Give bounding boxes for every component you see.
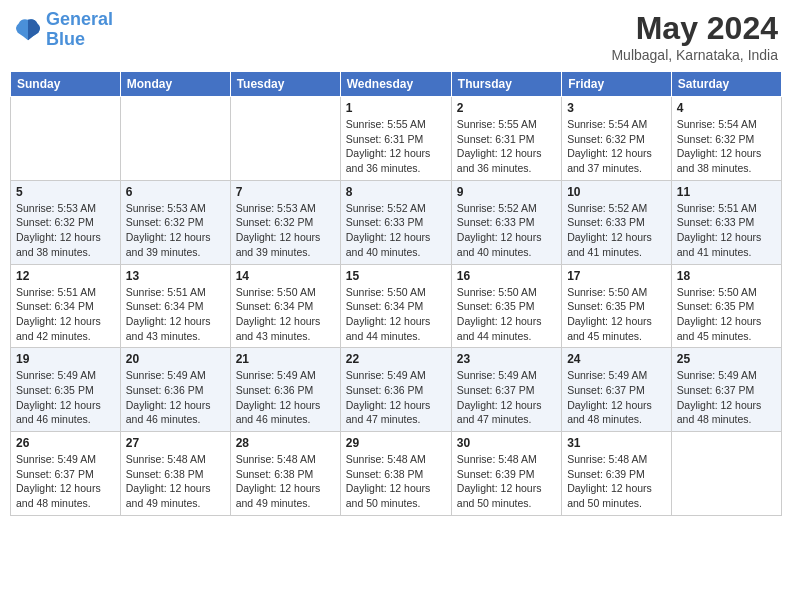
day-number: 10 xyxy=(567,185,666,199)
day-info: Sunrise: 5:48 AM Sunset: 6:38 PM Dayligh… xyxy=(126,452,225,511)
day-info: Sunrise: 5:50 AM Sunset: 6:35 PM Dayligh… xyxy=(567,285,666,344)
calendar-cell: 26Sunrise: 5:49 AM Sunset: 6:37 PM Dayli… xyxy=(11,432,121,516)
day-number: 25 xyxy=(677,352,776,366)
day-number: 22 xyxy=(346,352,446,366)
day-number: 27 xyxy=(126,436,225,450)
day-number: 13 xyxy=(126,269,225,283)
day-info: Sunrise: 5:49 AM Sunset: 6:37 PM Dayligh… xyxy=(457,368,556,427)
col-header-monday: Monday xyxy=(120,72,230,97)
day-number: 9 xyxy=(457,185,556,199)
day-info: Sunrise: 5:49 AM Sunset: 6:36 PM Dayligh… xyxy=(126,368,225,427)
calendar-cell: 16Sunrise: 5:50 AM Sunset: 6:35 PM Dayli… xyxy=(451,264,561,348)
calendar-cell xyxy=(671,432,781,516)
calendar-week-5: 26Sunrise: 5:49 AM Sunset: 6:37 PM Dayli… xyxy=(11,432,782,516)
day-info: Sunrise: 5:48 AM Sunset: 6:38 PM Dayligh… xyxy=(346,452,446,511)
calendar-week-2: 5Sunrise: 5:53 AM Sunset: 6:32 PM Daylig… xyxy=(11,180,782,264)
col-header-wednesday: Wednesday xyxy=(340,72,451,97)
day-number: 29 xyxy=(346,436,446,450)
calendar-cell: 14Sunrise: 5:50 AM Sunset: 6:34 PM Dayli… xyxy=(230,264,340,348)
day-number: 7 xyxy=(236,185,335,199)
day-number: 8 xyxy=(346,185,446,199)
calendar-cell xyxy=(11,97,121,181)
logo: General Blue xyxy=(14,10,113,50)
day-info: Sunrise: 5:49 AM Sunset: 6:37 PM Dayligh… xyxy=(677,368,776,427)
day-info: Sunrise: 5:49 AM Sunset: 6:36 PM Dayligh… xyxy=(236,368,335,427)
day-number: 11 xyxy=(677,185,776,199)
day-info: Sunrise: 5:49 AM Sunset: 6:37 PM Dayligh… xyxy=(16,452,115,511)
day-number: 2 xyxy=(457,101,556,115)
day-number: 1 xyxy=(346,101,446,115)
calendar-cell: 5Sunrise: 5:53 AM Sunset: 6:32 PM Daylig… xyxy=(11,180,121,264)
calendar-cell: 24Sunrise: 5:49 AM Sunset: 6:37 PM Dayli… xyxy=(562,348,672,432)
day-info: Sunrise: 5:50 AM Sunset: 6:34 PM Dayligh… xyxy=(236,285,335,344)
day-number: 17 xyxy=(567,269,666,283)
calendar-cell: 2Sunrise: 5:55 AM Sunset: 6:31 PM Daylig… xyxy=(451,97,561,181)
calendar-cell: 15Sunrise: 5:50 AM Sunset: 6:34 PM Dayli… xyxy=(340,264,451,348)
calendar-cell: 22Sunrise: 5:49 AM Sunset: 6:36 PM Dayli… xyxy=(340,348,451,432)
day-number: 28 xyxy=(236,436,335,450)
calendar-cell: 25Sunrise: 5:49 AM Sunset: 6:37 PM Dayli… xyxy=(671,348,781,432)
day-info: Sunrise: 5:53 AM Sunset: 6:32 PM Dayligh… xyxy=(236,201,335,260)
day-number: 30 xyxy=(457,436,556,450)
calendar-cell: 13Sunrise: 5:51 AM Sunset: 6:34 PM Dayli… xyxy=(120,264,230,348)
col-header-friday: Friday xyxy=(562,72,672,97)
calendar-cell: 1Sunrise: 5:55 AM Sunset: 6:31 PM Daylig… xyxy=(340,97,451,181)
day-info: Sunrise: 5:50 AM Sunset: 6:34 PM Dayligh… xyxy=(346,285,446,344)
calendar-cell xyxy=(120,97,230,181)
day-number: 21 xyxy=(236,352,335,366)
day-info: Sunrise: 5:53 AM Sunset: 6:32 PM Dayligh… xyxy=(16,201,115,260)
col-header-sunday: Sunday xyxy=(11,72,121,97)
day-info: Sunrise: 5:48 AM Sunset: 6:39 PM Dayligh… xyxy=(457,452,556,511)
calendar-cell: 29Sunrise: 5:48 AM Sunset: 6:38 PM Dayli… xyxy=(340,432,451,516)
calendar-week-3: 12Sunrise: 5:51 AM Sunset: 6:34 PM Dayli… xyxy=(11,264,782,348)
day-number: 5 xyxy=(16,185,115,199)
calendar-cell: 11Sunrise: 5:51 AM Sunset: 6:33 PM Dayli… xyxy=(671,180,781,264)
calendar-cell: 10Sunrise: 5:52 AM Sunset: 6:33 PM Dayli… xyxy=(562,180,672,264)
month-title: May 2024 xyxy=(611,10,778,47)
location-subtitle: Mulbagal, Karnataka, India xyxy=(611,47,778,63)
day-info: Sunrise: 5:48 AM Sunset: 6:39 PM Dayligh… xyxy=(567,452,666,511)
calendar-cell: 23Sunrise: 5:49 AM Sunset: 6:37 PM Dayli… xyxy=(451,348,561,432)
calendar-cell: 18Sunrise: 5:50 AM Sunset: 6:35 PM Dayli… xyxy=(671,264,781,348)
day-number: 3 xyxy=(567,101,666,115)
day-number: 26 xyxy=(16,436,115,450)
calendar-cell: 4Sunrise: 5:54 AM Sunset: 6:32 PM Daylig… xyxy=(671,97,781,181)
calendar-cell: 12Sunrise: 5:51 AM Sunset: 6:34 PM Dayli… xyxy=(11,264,121,348)
calendar-cell: 17Sunrise: 5:50 AM Sunset: 6:35 PM Dayli… xyxy=(562,264,672,348)
day-info: Sunrise: 5:54 AM Sunset: 6:32 PM Dayligh… xyxy=(677,117,776,176)
day-info: Sunrise: 5:51 AM Sunset: 6:33 PM Dayligh… xyxy=(677,201,776,260)
title-block: May 2024 Mulbagal, Karnataka, India xyxy=(611,10,778,63)
day-info: Sunrise: 5:49 AM Sunset: 6:37 PM Dayligh… xyxy=(567,368,666,427)
day-number: 31 xyxy=(567,436,666,450)
logo-line1: General xyxy=(46,9,113,29)
calendar-cell: 3Sunrise: 5:54 AM Sunset: 6:32 PM Daylig… xyxy=(562,97,672,181)
day-number: 19 xyxy=(16,352,115,366)
day-number: 15 xyxy=(346,269,446,283)
day-number: 24 xyxy=(567,352,666,366)
day-info: Sunrise: 5:52 AM Sunset: 6:33 PM Dayligh… xyxy=(346,201,446,260)
day-info: Sunrise: 5:52 AM Sunset: 6:33 PM Dayligh… xyxy=(457,201,556,260)
calendar-cell: 19Sunrise: 5:49 AM Sunset: 6:35 PM Dayli… xyxy=(11,348,121,432)
calendar-cell: 7Sunrise: 5:53 AM Sunset: 6:32 PM Daylig… xyxy=(230,180,340,264)
day-info: Sunrise: 5:54 AM Sunset: 6:32 PM Dayligh… xyxy=(567,117,666,176)
day-info: Sunrise: 5:48 AM Sunset: 6:38 PM Dayligh… xyxy=(236,452,335,511)
day-number: 14 xyxy=(236,269,335,283)
calendar-header-row: SundayMondayTuesdayWednesdayThursdayFrid… xyxy=(11,72,782,97)
calendar-week-1: 1Sunrise: 5:55 AM Sunset: 6:31 PM Daylig… xyxy=(11,97,782,181)
calendar-cell: 6Sunrise: 5:53 AM Sunset: 6:32 PM Daylig… xyxy=(120,180,230,264)
logo-line2: Blue xyxy=(46,30,113,50)
col-header-thursday: Thursday xyxy=(451,72,561,97)
day-number: 23 xyxy=(457,352,556,366)
day-info: Sunrise: 5:50 AM Sunset: 6:35 PM Dayligh… xyxy=(457,285,556,344)
col-header-tuesday: Tuesday xyxy=(230,72,340,97)
calendar-cell xyxy=(230,97,340,181)
page-header: General Blue May 2024 Mulbagal, Karnatak… xyxy=(10,10,782,63)
day-info: Sunrise: 5:50 AM Sunset: 6:35 PM Dayligh… xyxy=(677,285,776,344)
day-info: Sunrise: 5:55 AM Sunset: 6:31 PM Dayligh… xyxy=(457,117,556,176)
day-info: Sunrise: 5:55 AM Sunset: 6:31 PM Dayligh… xyxy=(346,117,446,176)
day-number: 18 xyxy=(677,269,776,283)
calendar-cell: 8Sunrise: 5:52 AM Sunset: 6:33 PM Daylig… xyxy=(340,180,451,264)
day-info: Sunrise: 5:49 AM Sunset: 6:35 PM Dayligh… xyxy=(16,368,115,427)
col-header-saturday: Saturday xyxy=(671,72,781,97)
day-info: Sunrise: 5:51 AM Sunset: 6:34 PM Dayligh… xyxy=(126,285,225,344)
